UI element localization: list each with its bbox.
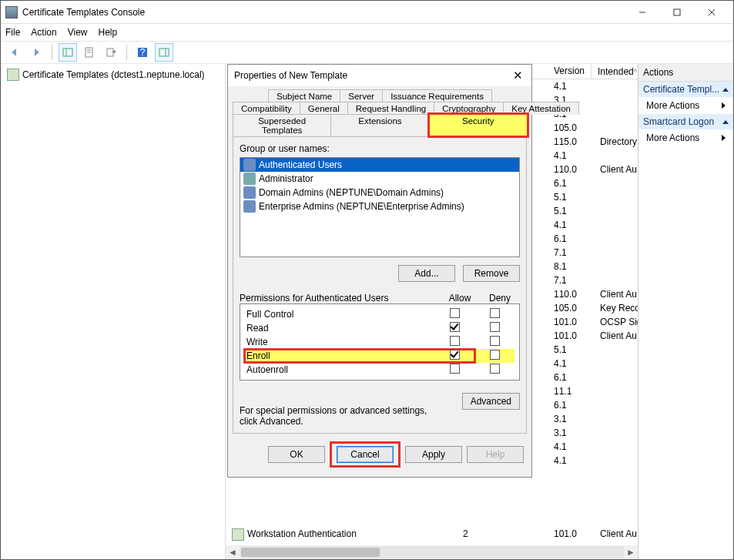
toolbar-divider xyxy=(126,45,127,60)
actions-section-smartcard-logon[interactable]: Smartcard Logon xyxy=(638,114,733,129)
tab-issuance-requirements[interactable]: Issuance Requirements xyxy=(382,89,492,102)
cell-version: 101.0 xyxy=(548,316,594,328)
toolbar-panel-button[interactable] xyxy=(59,43,77,62)
cell-version: 11.1 xyxy=(548,385,594,397)
cell-version: 4.1 xyxy=(548,357,594,370)
advanced-button[interactable]: Advanced xyxy=(462,393,520,410)
column-intended[interactable]: Intended ^ xyxy=(592,64,638,79)
scrollbar-thumb[interactable] xyxy=(241,548,380,557)
cell-version: 101.0 xyxy=(548,330,594,342)
cell-intended: Client Au xyxy=(594,288,638,300)
scrollbar-track[interactable] xyxy=(240,546,624,558)
cell-version: 110.0 xyxy=(548,288,594,300)
cell-intended xyxy=(594,441,638,453)
maximize-button[interactable] xyxy=(659,2,694,23)
cell-intended xyxy=(594,385,638,397)
deny-checkbox[interactable] xyxy=(490,364,500,374)
allow-checkbox[interactable] xyxy=(450,364,460,374)
cell-version: 6.1 xyxy=(548,233,594,245)
cell-intended xyxy=(594,177,638,189)
tab-subject-name[interactable]: Subject Name xyxy=(268,89,340,102)
tab-general[interactable]: General xyxy=(300,102,348,115)
group-item[interactable]: Authenticated Users xyxy=(240,158,519,172)
permission-row: Full Control xyxy=(245,307,514,321)
group-item[interactable]: Enterprise Admins (NEPTUNE\Enterprise Ad… xyxy=(240,200,519,213)
close-button[interactable] xyxy=(694,2,729,23)
deny-checkbox[interactable] xyxy=(490,350,500,360)
allow-checkbox[interactable] xyxy=(450,350,460,360)
menu-file[interactable]: File xyxy=(5,27,20,38)
svg-text:?: ? xyxy=(140,47,146,58)
toolbar-panel2-button[interactable] xyxy=(155,43,173,62)
tab-extensions[interactable]: Extensions xyxy=(330,114,429,136)
permission-name: Write xyxy=(245,337,434,347)
allow-label: Allow xyxy=(440,293,480,303)
actions-header: Actions xyxy=(638,64,733,82)
tab-superseded-templates[interactable]: Superseded Templates xyxy=(233,114,331,136)
title-bar: Certificate Templates Console xyxy=(1,1,733,24)
permission-name: Full Control xyxy=(245,309,434,320)
permission-row: Write xyxy=(245,335,514,349)
allow-checkbox[interactable] xyxy=(450,308,460,318)
cell-intended xyxy=(594,94,638,106)
dialog-title: Properties of New Template xyxy=(234,70,510,81)
toolbar-divider xyxy=(52,45,52,60)
menu-view[interactable]: View xyxy=(68,27,88,38)
user-icon xyxy=(243,173,256,185)
forward-button[interactable] xyxy=(27,43,45,62)
users-icon xyxy=(243,159,256,171)
cell-intended xyxy=(594,233,638,245)
group-item[interactable]: Domain Admins (NEPTUNE\Domain Admins) xyxy=(240,186,519,200)
tree-node-certificate-templates[interactable]: Certificate Templates (dctest1.neptune.l… xyxy=(4,67,222,82)
back-button[interactable] xyxy=(5,43,24,62)
toolbar-doc-button[interactable] xyxy=(80,43,99,62)
submenu-right-icon xyxy=(722,135,726,141)
menu-help[interactable]: Help xyxy=(99,27,118,38)
cell-intended: Client Au xyxy=(594,163,638,176)
cell-intended: Client Au xyxy=(594,528,638,542)
actions-more-actions-2[interactable]: More Actions xyxy=(638,129,733,146)
deny-checkbox[interactable] xyxy=(490,336,500,346)
tab-key-attestation[interactable]: Key Attestation xyxy=(503,102,579,115)
tab-compatibility[interactable]: Compatibility xyxy=(233,102,300,115)
minimize-button[interactable] xyxy=(625,2,659,23)
toolbar-export-button[interactable] xyxy=(102,43,120,62)
horizontal-scrollbar[interactable]: ◄ ► xyxy=(226,545,638,559)
menu-action[interactable]: Action xyxy=(31,27,56,38)
deny-checkbox[interactable] xyxy=(490,308,500,318)
deny-checkbox[interactable] xyxy=(490,322,500,332)
cancel-button[interactable]: Cancel xyxy=(337,446,394,463)
help-button-dialog[interactable]: Help xyxy=(467,446,524,463)
remove-button[interactable]: Remove xyxy=(463,265,520,282)
tab-security[interactable]: Security xyxy=(429,114,528,136)
svg-rect-4 xyxy=(63,49,72,56)
tab-cryptography[interactable]: Cryptography xyxy=(434,102,504,115)
allow-checkbox[interactable] xyxy=(450,336,460,346)
table-row[interactable]: Workstation Authentication2101.0Client A… xyxy=(226,527,638,542)
dialog-close-button[interactable]: ✕ xyxy=(510,69,525,82)
tab-server[interactable]: Server xyxy=(340,89,383,102)
actions-section-certificate-templates[interactable]: Certificate Templ... xyxy=(638,82,733,97)
tree-panel: Certificate Templates (dctest1.neptune.l… xyxy=(1,64,226,559)
group-item[interactable]: Administrator xyxy=(240,172,519,186)
help-button[interactable]: ? xyxy=(133,43,152,62)
tab-request-handling[interactable]: Request Handling xyxy=(347,102,434,115)
app-icon xyxy=(5,6,18,18)
apply-button[interactable]: Apply xyxy=(405,446,462,463)
group-list[interactable]: Authenticated UsersAdministratorDomain A… xyxy=(240,157,520,257)
ok-button[interactable]: OK xyxy=(268,446,325,463)
cell-intended: Key Reco xyxy=(594,302,638,314)
svg-rect-9 xyxy=(107,49,113,56)
actions-more-actions-1[interactable]: More Actions xyxy=(638,97,733,114)
scroll-right-icon[interactable]: ► xyxy=(624,546,638,558)
group-name: Administrator xyxy=(259,173,313,184)
permission-row: Enroll xyxy=(245,349,514,363)
cell-col2: 2 xyxy=(457,528,548,542)
permission-name: Autoenroll xyxy=(245,364,434,375)
column-version[interactable]: Version xyxy=(548,64,592,79)
scroll-left-icon[interactable]: ◄ xyxy=(226,546,240,558)
add-button[interactable]: Add... xyxy=(398,265,455,282)
allow-checkbox[interactable] xyxy=(450,322,460,332)
menu-bar: File Action View Help xyxy=(1,24,733,41)
security-tab-panel: Group or user names: Authenticated Users… xyxy=(233,136,527,434)
